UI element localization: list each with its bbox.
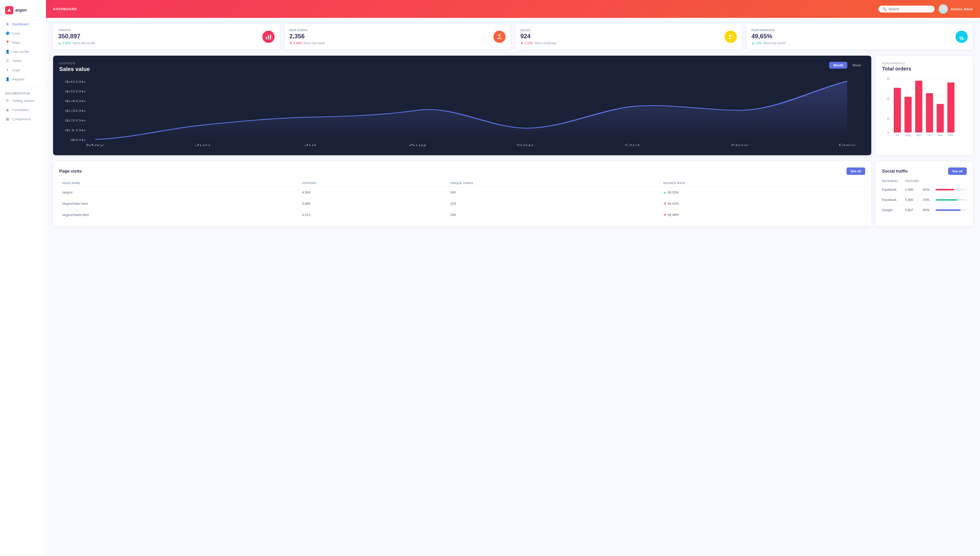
progress-bar — [936, 189, 967, 191]
overview-label: OVERVIEW — [59, 62, 90, 65]
stat-icon-sales — [725, 31, 737, 43]
change-pct: 3.48% — [62, 41, 71, 45]
stat-change-sales: ▼ 1.10% Since yesterday — [520, 41, 556, 45]
bar-jul — [894, 88, 901, 133]
icons-icon: 🔷 — [5, 31, 10, 36]
components-icon: ▦ — [5, 117, 10, 121]
progress-bar — [936, 209, 967, 211]
sidebar-item-components[interactable]: ▦ Components — [0, 114, 46, 124]
sales-card-header: OVERVIEW Sales value Month Week — [59, 62, 865, 73]
cell-bounce: ▼ 46,53% — [660, 198, 865, 209]
register-icon: 👤 — [5, 77, 10, 81]
bottom-row: Page visits See all PAGE NAME VISITORS U… — [53, 161, 973, 226]
svg-text:$0k: $0k — [70, 138, 86, 141]
change-pct: 1.10% — [525, 41, 533, 45]
dashboard-icon: 🖥 — [5, 22, 10, 26]
search-icon: 🔍 — [883, 7, 886, 11]
sidebar-item-icons[interactable]: 🔷 Icons — [0, 29, 46, 38]
sales-svg: $60k $50k $40k $30k $20k $10k $0k — [59, 78, 865, 149]
page-visits-see-all[interactable]: See all — [846, 168, 865, 175]
list-item: Google 4,807 80% — [882, 205, 967, 215]
svg-text:Jul: Jul — [896, 134, 899, 137]
svg-text:Jun: Jun — [194, 144, 210, 147]
orders-title: Total orders — [882, 66, 967, 72]
user-profile-icon: 👤 — [5, 49, 10, 54]
sidebar-item-user-profile[interactable]: 👤 User profile — [0, 47, 46, 56]
svg-text:Nov: Nov — [938, 134, 943, 137]
search-box[interactable]: 🔍 — [878, 6, 935, 13]
sidebar-item-dashboard[interactable]: 🖥 Dashboard — [0, 19, 46, 29]
sidebar-item-label: Register — [12, 78, 24, 81]
sidebar-item-label: User profile — [12, 50, 29, 53]
svg-text:Jul: Jul — [304, 144, 316, 147]
logo[interactable]: argon — [0, 4, 46, 19]
cell-unique: 319 — [447, 198, 660, 209]
list-item: Facebook 1,480 60% — [882, 184, 967, 195]
cell-unique: 340 — [447, 187, 660, 198]
stat-label-performance: PERFORMANCE — [752, 29, 786, 32]
avatar — [939, 4, 948, 13]
login-icon: ✦ — [5, 68, 10, 72]
svg-marker-0 — [7, 8, 11, 11]
change-text: Since last week — [304, 41, 325, 45]
sidebar-item-maps[interactable]: 📍 Maps — [0, 38, 46, 47]
arrow-up-icon: ▲ — [752, 41, 755, 45]
bar-nov — [936, 104, 944, 133]
svg-text:Sep: Sep — [916, 134, 921, 137]
svg-text:$10k: $10k — [65, 129, 87, 132]
tab-week[interactable]: Week — [848, 62, 865, 69]
sidebar-item-register[interactable]: 👤 Register — [0, 74, 46, 84]
cell-visitors: 3,513 — [299, 209, 447, 221]
content: TRAFFIC 350,897 ▲ 3.48% Since last month… — [46, 18, 980, 556]
change-pct: 12% — [756, 41, 762, 45]
bar-oct — [926, 93, 933, 133]
col-unique-users: UNIQUE USERS — [447, 179, 660, 187]
sidebar-item-label: Tables — [12, 59, 22, 63]
page-visits-card: Page visits See all PAGE NAME VISITORS U… — [53, 161, 871, 226]
svg-text:Oct: Oct — [927, 134, 932, 137]
social-rows: Facebook 1,480 60% Facebook 5,480 70% Go… — [882, 184, 967, 215]
stat-info-traffic: TRAFFIC 350,897 ▲ 3.48% Since last month — [58, 29, 95, 45]
svg-text:$30k: $30k — [65, 109, 87, 112]
sidebar-item-login[interactable]: ✦ Login — [0, 65, 46, 74]
stat-info-performance: PERFORMANCE 49,65% ▲ 12% Since last mont… — [752, 29, 786, 45]
tab-month[interactable]: Month — [829, 62, 847, 69]
cell-visitors: 3,985 — [299, 198, 447, 209]
progress-fill — [936, 209, 961, 211]
user-name: Jessica Jones — [950, 7, 973, 11]
progress-bar — [936, 199, 967, 200]
cell-bounce: ▼ 36,49% — [660, 209, 865, 221]
search-input[interactable] — [889, 7, 930, 11]
sidebar-item-getting-started[interactable]: ⚙ Getting started — [0, 96, 46, 105]
svg-rect-3 — [266, 37, 267, 39]
cell-page: /argon/index.html — [59, 198, 299, 209]
header-title: DASHBOARD — [53, 7, 77, 11]
user-info[interactable]: Jessica Jones — [939, 4, 973, 13]
sales-chart-area: $60k $50k $40k $30k $20k $10k $0k — [59, 78, 865, 149]
chart-tabs: Month Week — [829, 62, 865, 69]
cell-page: /argon/ — [59, 187, 299, 198]
sidebar-item-foundation[interactable]: ◉ Foundation — [0, 105, 46, 114]
sidebar-item-tables[interactable]: ☰ Tables — [0, 56, 46, 65]
social-traffic-card: Social traffic See all REFERRAL VISITORS… — [876, 161, 973, 226]
social-visitors: 5,480 — [905, 198, 920, 202]
bar-dec — [947, 82, 954, 133]
stat-card-sales: SALES 924 ▼ 1.10% Since yesterday — [515, 24, 742, 50]
svg-point-2 — [940, 10, 946, 13]
sidebar-item-label: Icons — [12, 31, 20, 35]
svg-text:0: 0 — [887, 131, 889, 134]
stat-label-new-users: NEW USERS — [289, 29, 325, 32]
maps-icon: 📍 — [5, 40, 10, 45]
social-name: Google — [882, 208, 903, 212]
stat-change-performance: ▲ 12% Since last month — [752, 41, 786, 45]
col-referral: REFERRAL — [882, 179, 903, 183]
social-traffic-see-all[interactable]: See all — [948, 168, 967, 175]
doc-section-label: DOCUMENTATION — [0, 90, 46, 96]
sidebar-divider — [4, 87, 42, 87]
cell-page: /argon/charts.html — [59, 209, 299, 221]
bar-aug — [904, 97, 912, 133]
header: DASHBOARD 🔍 Jessica Jones — [46, 0, 980, 18]
col-bounce-rate: BOUNCE RATE — [660, 179, 865, 187]
tables-icon: ☰ — [5, 58, 10, 63]
arrow-up-icon: ▲ — [58, 41, 61, 45]
